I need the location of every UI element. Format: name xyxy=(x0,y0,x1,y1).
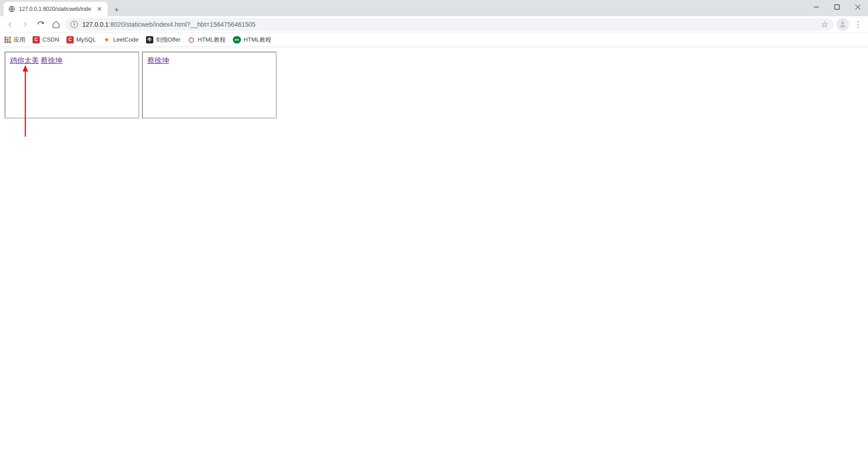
back-button[interactable] xyxy=(4,18,16,31)
link[interactable]: 鸡你太美 xyxy=(10,57,39,64)
bookmark-label: HTML教程 xyxy=(244,36,271,44)
bookmark-jianzhi[interactable]: 牛 剑指Offer xyxy=(146,36,181,44)
kebab-menu-icon[interactable]: ⋮ xyxy=(852,18,864,31)
address-bar: i 127.0.0.1:8020/staticweb/index4.html?_… xyxy=(0,16,868,33)
svg-rect-1 xyxy=(814,7,819,7)
url-path: :8020/staticweb/index4.html?__hbt=156475… xyxy=(108,21,255,28)
maximize-button[interactable] xyxy=(826,0,847,14)
bookmark-label: CSDN xyxy=(42,36,59,43)
svg-point-5 xyxy=(841,22,844,24)
bookmark-csdn[interactable]: C CSDN xyxy=(33,36,59,43)
bookmarks-bar: 应用 C CSDN C MySQL ✦ LeetCode 牛 剑指Offer ⬡… xyxy=(0,33,868,47)
info-icon[interactable]: i xyxy=(71,21,78,28)
browser-tab[interactable]: 127.0.0.1:8020/staticweb/inde ✕ xyxy=(4,2,108,16)
mysql-icon: C xyxy=(66,36,74,43)
bookmark-leetcode[interactable]: ✦ LeetCode xyxy=(103,36,138,43)
bookmark-html1[interactable]: ⬡ HTML教程 xyxy=(188,36,225,44)
iframe-box-1: 鸡你太美 蔡徐坤 xyxy=(5,52,139,119)
window-controls xyxy=(806,0,868,16)
new-tab-button[interactable]: + xyxy=(110,4,123,16)
profile-button[interactable] xyxy=(836,18,849,31)
bookmark-label: 应用 xyxy=(14,36,25,44)
svg-rect-2 xyxy=(835,5,839,9)
url-text: 127.0.0.1:8020/staticweb/index4.html?__h… xyxy=(82,21,255,28)
close-icon[interactable]: ✕ xyxy=(96,5,103,13)
csdn-icon: C xyxy=(33,36,40,43)
bookmark-label: HTML教程 xyxy=(198,36,225,44)
leetcode-icon: ✦ xyxy=(103,36,110,43)
link[interactable]: 蔡徐坤 xyxy=(147,57,169,64)
bookmark-label: LeetCode xyxy=(113,36,138,43)
html-icon: on xyxy=(233,36,241,43)
star-icon[interactable]: ☆ xyxy=(821,19,828,29)
url-host: 127.0.0.1 xyxy=(82,21,108,28)
forward-button[interactable] xyxy=(19,18,32,31)
page-content: 鸡你太美 蔡徐坤 蔡徐坤 xyxy=(0,47,868,123)
window-close-button[interactable] xyxy=(847,0,868,14)
bookmark-label: 剑指Offer xyxy=(156,36,181,44)
bookmark-apps[interactable]: 应用 xyxy=(5,36,25,44)
jianzhi-icon: 牛 xyxy=(146,36,153,43)
bookmark-label: MySQL xyxy=(76,36,96,43)
html-icon: ⬡ xyxy=(188,36,195,43)
tab-bar: 127.0.0.1:8020/staticweb/inde ✕ + xyxy=(0,0,868,16)
iframe-box-2: 蔡徐坤 xyxy=(142,52,277,119)
bookmark-mysql[interactable]: C MySQL xyxy=(66,36,96,43)
apps-icon xyxy=(5,37,11,43)
tab-title: 127.0.0.1:8020/staticweb/inde xyxy=(19,6,92,12)
globe-icon xyxy=(8,5,15,13)
link[interactable]: 蔡徐坤 xyxy=(41,57,62,64)
minimize-button[interactable] xyxy=(806,0,826,14)
omnibox[interactable]: i 127.0.0.1:8020/staticweb/index4.html?_… xyxy=(65,18,834,31)
reload-button[interactable] xyxy=(34,18,47,31)
home-button[interactable] xyxy=(50,18,62,31)
bookmark-html2[interactable]: on HTML教程 xyxy=(233,36,271,44)
